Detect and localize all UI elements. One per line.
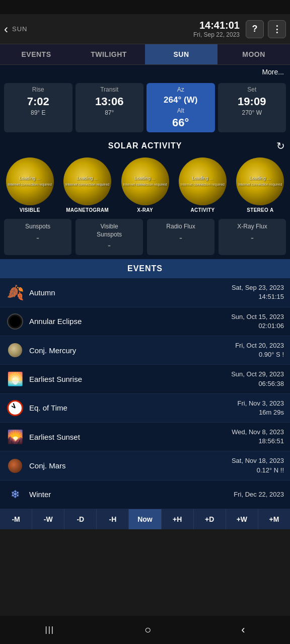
xray-flux-box: X-Ray Flux - <box>219 219 286 255</box>
event-autumn[interactable]: 🍂 Autumn Sat, Sep 23, 2023 14:51:15 <box>0 278 290 307</box>
time-date: 14:41:01 Fri, Sep 22, 2023 <box>193 20 240 38</box>
more-link[interactable]: More... <box>0 65 290 79</box>
back-button[interactable]: ‹ <box>4 22 8 36</box>
stereo-a-image: Loading ...Internet connection required <box>236 157 284 205</box>
radio-flux-box: Radio Flux - <box>147 219 214 255</box>
sun-cards: Rise 7:02 89° E Transit 13:06 87° Az 264… <box>0 79 290 136</box>
sunset-name: Earliest Sunset <box>29 433 232 441</box>
nav-now[interactable]: Now <box>129 509 161 529</box>
az-value: 264° (W) <box>149 95 213 105</box>
visible-image: Loading ...Internet connection required <box>6 157 54 205</box>
event-eq-of-time[interactable]: Eq. of Time Fri, Nov 3, 2023 16m 29s <box>0 394 290 423</box>
activity-image: Loading ...Internet connection required <box>179 157 227 205</box>
nav-minus-m[interactable]: -M <box>0 509 32 529</box>
alt-label: Alt <box>149 107 213 114</box>
nav-minus-d[interactable]: -D <box>64 509 97 529</box>
event-annular-eclipse[interactable]: Annular Eclipse Sun, Oct 15, 2023 02:01:… <box>0 307 290 336</box>
stereo-a-label: STEREO A <box>247 207 273 213</box>
solar-img-visible[interactable]: Loading ...Internet connection required … <box>2 157 57 213</box>
nav-plus-w[interactable]: +W <box>226 509 258 529</box>
mars-name: Conj. Mars <box>29 461 232 470</box>
radio-flux-value: - <box>150 233 211 244</box>
rise-label: Rise <box>6 86 70 93</box>
nav-plus-h[interactable]: +H <box>162 509 194 529</box>
az-card[interactable]: Az 264° (W) Alt 66° <box>147 83 215 132</box>
top-bar: ‹ SUN 14:41:01 Fri, Sep 22, 2023 ? ⋮ <box>0 14 290 44</box>
status-bar <box>0 0 290 14</box>
magnetogram-image: Loading ...Internet connection required <box>63 157 111 205</box>
solar-activity-title: SOLAR ACTIVITY <box>108 141 182 150</box>
stereo-a-loading: Loading ...Internet connection required <box>238 176 282 187</box>
solar-img-activity[interactable]: Loading ...Internet connection required … <box>175 157 230 213</box>
nav-minus-w[interactable]: -W <box>32 509 64 529</box>
solar-img-stereo-a[interactable]: Loading ...Internet connection required … <box>233 157 288 213</box>
current-date: Fri, Sep 22, 2023 <box>193 31 240 38</box>
event-conj-mars[interactable]: Conj. Mars Sat, Nov 18, 2023 0.12° N !! <box>0 451 290 480</box>
transit-value: 13:06 <box>78 95 142 108</box>
system-back-button[interactable]: ‹ <box>231 619 255 640</box>
winter-icon: ❄ <box>6 486 24 504</box>
event-earliest-sunset[interactable]: 🌄 Earliest Sunset Wed, Nov 8, 2023 18:56… <box>0 423 290 451</box>
bottom-nav: -M -W -D -H Now +H +D +W +M <box>0 509 290 529</box>
menu-button[interactable]: ⋮ <box>268 20 286 38</box>
tab-moon[interactable]: MOON <box>218 44 290 64</box>
eclipse-icon <box>6 312 24 331</box>
sunrise-icon: 🌅 <box>6 370 24 388</box>
set-sub: 270° W <box>220 109 284 116</box>
eq-of-time-date: Fri, Nov 3, 2023 16m 29s <box>238 399 284 417</box>
event-earliest-sunrise[interactable]: 🌅 Earliest Sunrise Sun, Oct 29, 2023 06:… <box>0 365 290 393</box>
event-winter[interactable]: ❄ Winter Fri, Dec 22, 2023 <box>0 480 290 509</box>
winter-date: Fri, Dec 22, 2023 <box>234 490 284 499</box>
tab-events[interactable]: EVENTS <box>0 44 72 64</box>
autumn-date: Sat, Sep 23, 2023 14:51:15 <box>232 283 284 301</box>
refresh-button[interactable]: ↻ <box>276 140 285 152</box>
mercury-name: Conj. Mercury <box>29 346 235 355</box>
solar-img-magnetogram[interactable]: Loading ...Internet connection required … <box>59 157 115 213</box>
current-time: 14:41:01 <box>193 20 240 31</box>
eclipse-name: Annular Eclipse <box>29 317 231 326</box>
nav-plus-m[interactable]: +M <box>258 509 290 529</box>
system-nav: ||| ○ ‹ <box>0 616 290 644</box>
set-value: 19:09 <box>220 95 284 108</box>
solar-images-row: Loading ...Internet connection required … <box>0 155 290 217</box>
winter-name: Winter <box>29 490 234 499</box>
transit-sub: 87° <box>78 109 142 116</box>
sunrise-date: Sun, Oct 29, 2023 06:56:38 <box>231 370 284 388</box>
autumn-icon: 🍂 <box>6 283 24 301</box>
solar-activity-header: SOLAR ACTIVITY ↻ <box>0 136 290 155</box>
system-home-button[interactable]: ○ <box>134 619 161 640</box>
top-icon-buttons: ? ⋮ <box>246 20 286 38</box>
eclipse-date: Sun, Oct 15, 2023 02:01:06 <box>231 312 284 331</box>
set-label: Set <box>220 86 284 93</box>
xray-image: Loading ...Internet connection required <box>121 157 169 205</box>
sunset-icon: 🌄 <box>6 428 24 446</box>
system-recent-button[interactable]: ||| <box>35 621 64 638</box>
nav-minus-h[interactable]: -H <box>97 509 129 529</box>
rise-value: 7:02 <box>6 95 70 108</box>
visible-sunspots-label: VisibleSunspots <box>79 223 140 238</box>
solar-img-xray[interactable]: Loading ...Internet connection required … <box>117 157 173 213</box>
mercury-icon <box>6 341 24 359</box>
mars-icon <box>6 457 24 475</box>
rise-card: Rise 7:02 89° E <box>4 83 72 132</box>
xray-loading: Loading ...Internet connection required <box>123 176 167 187</box>
mercury-date: Fri, Oct 20, 2023 0.90° S ! <box>235 341 284 359</box>
event-conj-mercury[interactable]: Conj. Mercury Fri, Oct 20, 2023 0.90° S … <box>0 336 290 365</box>
title-section: SUN <box>12 25 193 33</box>
help-button[interactable]: ? <box>246 20 264 38</box>
xray-flux-value: - <box>222 233 283 244</box>
tab-sun[interactable]: SUN <box>145 44 218 64</box>
alt-value: 66° <box>149 116 213 129</box>
visible-sunspots-value: - <box>79 240 140 251</box>
activity-loading: Loading ...Internet connection required <box>181 176 225 187</box>
sunspots-value: - <box>7 233 68 244</box>
sunset-date: Wed, Nov 8, 2023 18:56:51 <box>232 428 284 446</box>
events-header: EVENTS <box>0 259 290 278</box>
magnetogram-loading: Loading ...Internet connection required <box>65 176 109 187</box>
flux-row: Sunspots - VisibleSunspots - Radio Flux … <box>0 217 290 259</box>
visible-sunspots-box: VisibleSunspots - <box>76 219 143 255</box>
rise-sub: 89° E <box>6 109 70 116</box>
nav-plus-d[interactable]: +D <box>194 509 226 529</box>
tab-twilight[interactable]: TWILIGHT <box>72 44 145 64</box>
clock-icon <box>6 399 24 417</box>
